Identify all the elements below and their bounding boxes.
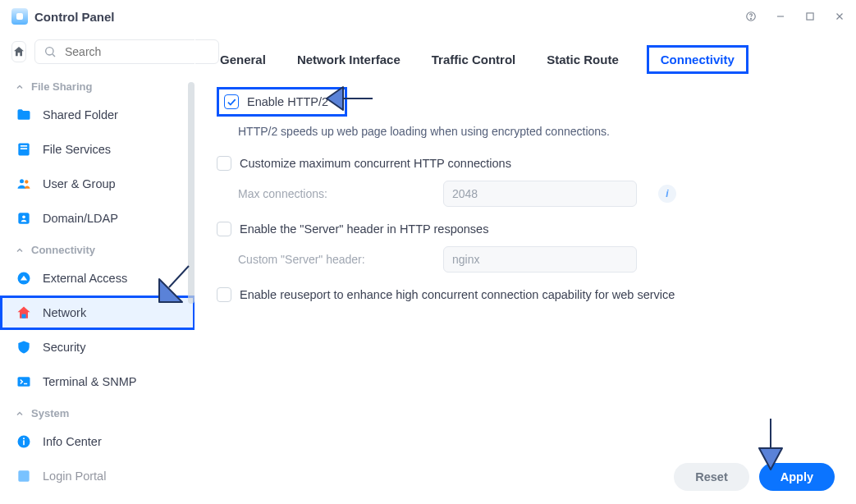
maximize-icon[interactable] <box>802 8 818 25</box>
sidebar-item-label: Security <box>43 341 85 354</box>
svg-point-11 <box>20 179 24 183</box>
apply-button[interactable]: Apply <box>759 463 835 491</box>
svg-rect-9 <box>21 145 27 147</box>
window-title: Control Panel <box>34 10 115 24</box>
enable-http2-highlight: Enable HTTP/2 <box>217 87 347 117</box>
control-panel-icon <box>11 8 28 25</box>
sidebar-item-label: Info Center <box>43 435 102 448</box>
sidebar-item-file-services[interactable]: File Services <box>0 132 195 167</box>
sidebar-item-label: Network <box>43 306 86 319</box>
external-access-icon <box>15 269 33 287</box>
home-button[interactable] <box>11 41 26 62</box>
svg-rect-19 <box>23 440 25 445</box>
svg-point-14 <box>22 216 25 219</box>
tab-connectivity[interactable]: Connectivity <box>647 45 748 74</box>
custom-server-input <box>443 246 637 273</box>
info-icon <box>15 433 33 451</box>
enable-server-header-checkbox[interactable] <box>217 222 231 236</box>
http2-description: HTTP/2 speeds up web page loading when u… <box>217 117 835 149</box>
sidebar-item-terminal-snmp[interactable]: Terminal & SNMP <box>0 364 195 399</box>
sidebar-item-label: Terminal & SNMP <box>43 375 136 388</box>
domain-icon <box>15 209 33 227</box>
search-input[interactable] <box>63 44 210 59</box>
sidebar-item-label: File Services <box>43 143 111 156</box>
close-icon[interactable] <box>831 8 848 25</box>
tab-general[interactable]: General <box>217 48 269 71</box>
network-icon <box>15 304 33 322</box>
sidebar-item-label: User & Group <box>43 177 116 190</box>
reset-button[interactable]: Reset <box>674 463 749 491</box>
search-input-wrap[interactable] <box>34 39 219 64</box>
chevron-up-icon <box>15 245 25 255</box>
svg-point-12 <box>25 180 28 183</box>
svg-rect-3 <box>807 13 813 20</box>
customize-max-checkbox[interactable] <box>217 156 231 171</box>
sidebar-item-domain-ldap[interactable]: Domain/LDAP <box>0 201 195 236</box>
enable-server-header-label: Enable the "Server" header in HTTP respo… <box>240 222 488 236</box>
sidebar-scrollbar[interactable] <box>188 82 195 304</box>
tab-static-route[interactable]: Static Route <box>543 48 622 71</box>
svg-point-6 <box>46 48 53 55</box>
sidebar-item-shared-folder[interactable]: Shared Folder <box>0 98 195 132</box>
svg-line-7 <box>53 54 55 57</box>
svg-rect-16 <box>22 314 26 318</box>
sidebar-item-label: Shared Folder <box>43 108 118 121</box>
svg-point-20 <box>23 438 25 439</box>
enable-reuseport-checkbox[interactable] <box>217 287 231 302</box>
enable-http2-label: Enable HTTP/2 <box>247 95 328 108</box>
tab-network-interface[interactable]: Network Interface <box>294 48 404 71</box>
sidebar-item-label: External Access <box>43 272 127 285</box>
terminal-icon <box>15 373 33 391</box>
section-system[interactable]: System <box>0 399 195 424</box>
chevron-up-icon <box>15 82 25 92</box>
search-icon <box>43 45 57 58</box>
info-icon[interactable]: i <box>658 185 676 203</box>
custom-server-label: Custom "Server" header: <box>238 253 427 266</box>
chevron-up-icon <box>15 409 25 419</box>
users-icon <box>15 175 33 193</box>
max-connections-label: Max connections: <box>238 187 427 200</box>
file-services-icon <box>15 140 33 158</box>
customize-max-label: Customize maximum concurrent HTTP connec… <box>240 157 511 170</box>
svg-rect-21 <box>18 470 29 481</box>
tab-traffic-control[interactable]: Traffic Control <box>428 48 520 71</box>
sidebar-item-label: Login Portal <box>43 470 106 483</box>
sidebar-item-info-center[interactable]: Info Center <box>0 424 195 459</box>
enable-http2-checkbox[interactable] <box>224 94 239 109</box>
sidebar-item-login-portal[interactable]: Login Portal <box>0 459 195 493</box>
svg-rect-17 <box>18 377 30 387</box>
tab-bar: General Network Interface Traffic Contro… <box>217 33 835 82</box>
sidebar-item-network[interactable]: Network <box>0 296 195 330</box>
max-connections-input <box>443 181 637 207</box>
sidebar-item-security[interactable]: Security <box>0 330 195 364</box>
help-icon[interactable] <box>743 8 759 25</box>
enable-reuseport-label: Enable reuseport to enhance high concurr… <box>240 288 675 301</box>
section-file-sharing[interactable]: File Sharing <box>0 72 195 98</box>
svg-rect-10 <box>21 148 27 149</box>
shield-icon <box>15 338 33 356</box>
minimize-icon[interactable] <box>772 8 789 25</box>
sidebar-item-label: Domain/LDAP <box>43 212 118 225</box>
login-portal-icon <box>15 467 33 485</box>
section-connectivity[interactable]: Connectivity <box>0 236 195 261</box>
sidebar-item-external-access[interactable]: External Access <box>0 261 195 296</box>
sidebar-item-user-group[interactable]: User & Group <box>0 167 195 201</box>
folder-icon <box>15 106 33 124</box>
svg-point-1 <box>751 18 752 19</box>
